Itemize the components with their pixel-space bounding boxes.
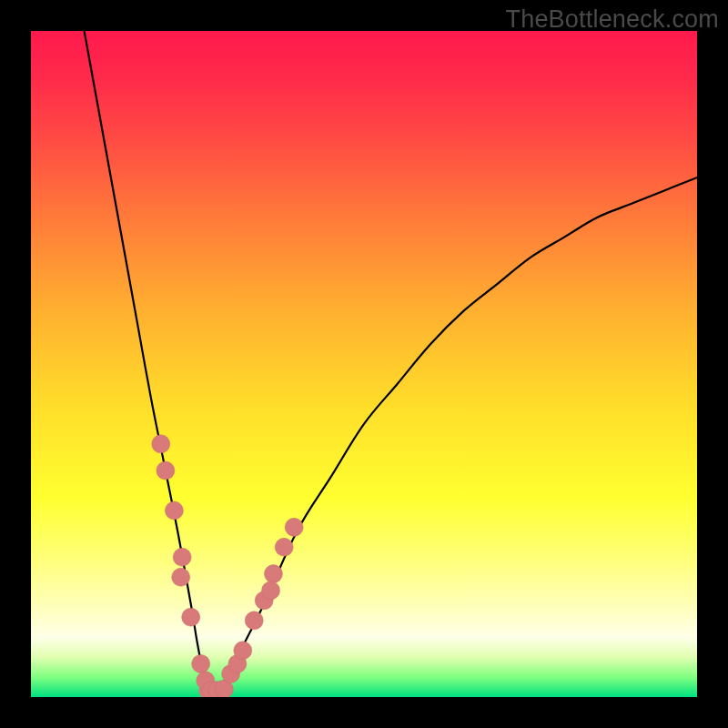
data-marker: [245, 612, 263, 630]
data-marker: [157, 461, 175, 480]
outer-frame: TheBottleneck.com: [0, 0, 728, 728]
data-marker: [173, 548, 191, 566]
plot-area: [31, 31, 697, 697]
curve-right-branch: [211, 177, 697, 693]
chart-svg: [31, 31, 697, 697]
data-marker: [172, 568, 190, 586]
curve-left-branch: [85, 31, 211, 693]
data-marker: [192, 654, 210, 672]
data-marker: [262, 581, 280, 600]
data-marker: [234, 642, 252, 660]
data-marker: [285, 518, 303, 536]
data-marker: [152, 435, 170, 453]
data-marker: [165, 501, 183, 520]
watermark-text: TheBottleneck.com: [505, 5, 719, 34]
data-marker: [264, 565, 282, 583]
curve-group: [85, 31, 697, 693]
data-marker: [182, 608, 200, 626]
data-marker: [275, 538, 293, 556]
